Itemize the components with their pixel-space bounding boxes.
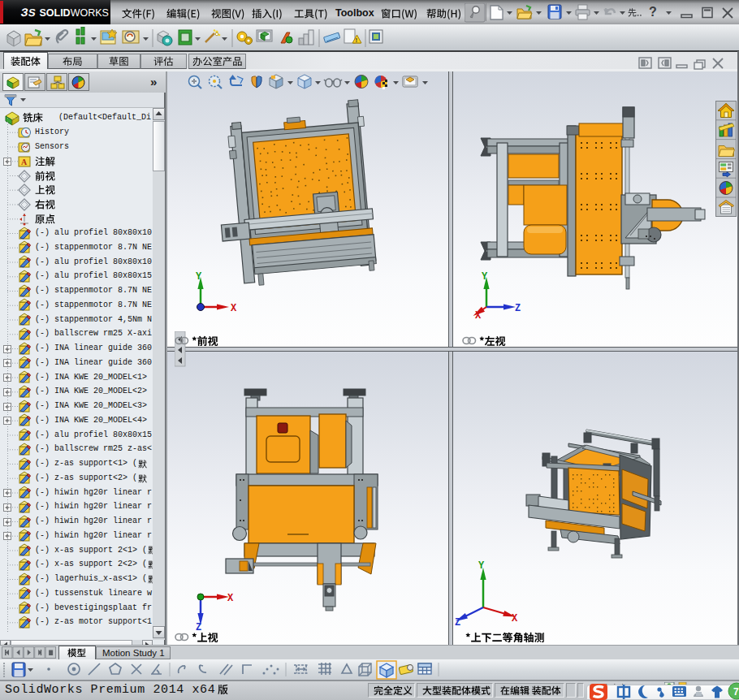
svg-text:Z: Z	[455, 617, 460, 629]
svg-text:Y: Y	[478, 560, 485, 572]
svg-text:7: 7	[733, 686, 739, 698]
svg-text:X: X	[227, 593, 234, 604]
svg-text:X: X	[512, 613, 518, 624]
